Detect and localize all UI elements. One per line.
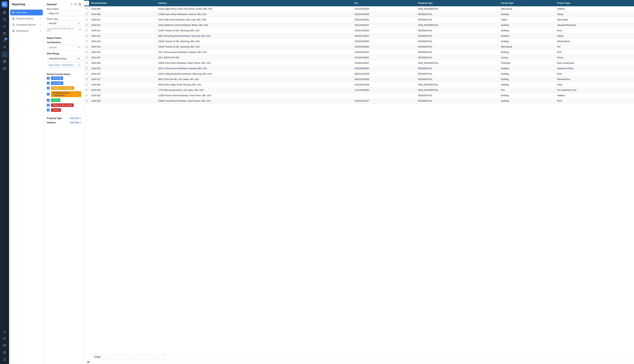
col-header-permit-number[interactable]: Permit Number — [89, 0, 156, 6]
cell-pin: 103322320004 — [352, 28, 416, 33]
sidebar-item-automations[interactable]: Automations › — [10, 28, 43, 34]
nav-info-icon[interactable] — [2, 356, 8, 362]
table-row[interactable]: 2024-016 3121 161st Avenue Northwest, An… — [84, 50, 634, 55]
nav-users-icon[interactable] — [2, 24, 8, 30]
address-footer-select[interactable]: - — [107, 355, 117, 359]
col-header-pin[interactable]: Pin — [352, 0, 416, 6]
cell-property-type: RESIDENTIAL — [416, 44, 499, 50]
col-header-property-type[interactable]: Property Type — [416, 0, 499, 6]
table-row[interactable]: 2024-022 12260 Fraizer Street Northeast,… — [84, 93, 634, 98]
cell-pin: 313424140027 — [352, 60, 416, 66]
app-logo: BL — [2, 2, 8, 7]
nav-chart-icon[interactable] — [2, 51, 8, 58]
nav-send-icon[interactable] — [2, 44, 8, 51]
cell-pin: 083322130008 — [352, 71, 416, 77]
table-row[interactable]: 2024-018 21646 Thames St NE, Wyoming, MN… — [84, 39, 634, 44]
sidebar-item-table-view[interactable]: Table View › — [10, 10, 43, 15]
status-checkbox[interactable] — [47, 99, 50, 102]
cell-project-type: Roof — [555, 71, 634, 77]
cell-project-type: Roof — [555, 28, 634, 33]
table-row[interactable]: 2024-019 7775 20th Avenue North, Lino La… — [84, 88, 634, 93]
cell-address: 4311 235TH AVE NW — [156, 55, 352, 60]
sidebar-collapse-btn[interactable]: > — [12, 360, 42, 363]
add-action-icon[interactable] — [70, 3, 73, 6]
status-item: Waiting For Payment — [47, 86, 81, 90]
address-add-filter[interactable]: Add Filter + — [70, 122, 81, 124]
pin-footer-select[interactable]: - — [119, 355, 129, 359]
table-row[interactable]: 2024-014 6565 Viking Boulevard Northeast… — [84, 33, 634, 39]
cell-property-type: RESIDENTIAL — [416, 33, 499, 39]
table-row[interactable]: 2024-012 21646 Thames St NE, Wyoming, MN… — [84, 28, 634, 33]
aggregate-select[interactable]: Unique Count Sum Min Max — [93, 355, 105, 359]
nav-document-icon[interactable] — [2, 16, 8, 23]
status-checkbox[interactable] — [47, 82, 50, 84]
date-range-type-select[interactable]: Submitted During ▾ — [47, 56, 81, 61]
nav-calendar-icon[interactable] — [2, 30, 8, 37]
table-row[interactable]: 2024-021 10251 Baltimore Street Northeas… — [84, 22, 634, 28]
status-checkbox[interactable] — [47, 87, 50, 90]
date-range-value-select[interactable]: 06/01/2024 - 06/25/2024 ▾ — [47, 62, 81, 68]
table-row[interactable]: 2024-013 21646 Thames St NE, Wyoming, MN… — [84, 44, 634, 50]
cell-permit-number: 2024-006 — [89, 60, 156, 66]
cell-address: 3121 161st Avenue Northwest, Andover, MN… — [156, 50, 352, 55]
col-header-project-type[interactable]: Project Type — [555, 0, 634, 6]
status-checkbox[interactable] — [47, 109, 50, 112]
nav-map-icon[interactable] — [2, 65, 8, 72]
cell-project-type: Addition — [555, 6, 634, 12]
cell-permit-type: Building — [499, 39, 555, 44]
table-row[interactable]: 2024-017 6821 167th Ave NE, Lino Lakes, … — [84, 77, 634, 82]
nav-card-icon[interactable] — [2, 342, 8, 349]
refresh-icon[interactable] — [79, 28, 81, 31]
col-header-address[interactable]: Address — [156, 0, 352, 6]
status-checkbox[interactable] — [47, 104, 50, 106]
nav-grid-icon[interactable] — [2, 58, 8, 65]
nav-home-icon[interactable] — [2, 10, 8, 16]
table-row[interactable]: 2024-011 4310 139th Lane Northeast, Ham … — [84, 17, 634, 22]
cell-address: 12260 Fraizer Street Northeast, Circle P… — [156, 93, 352, 98]
cell-project-type: Siding — [555, 12, 634, 17]
report-name-input[interactable] — [47, 11, 81, 16]
cell-property-type: RESIDENTIAL — [416, 71, 499, 77]
nav-download-icon[interactable] — [2, 328, 8, 335]
cell-address: 23306 Cree Street Northwest, Saint Franc… — [156, 60, 352, 66]
nav-people-icon[interactable] — [2, 335, 8, 342]
svg-point-22 — [4, 337, 5, 338]
sidebar-item-completed-reports[interactable]: Completed Reports › — [10, 22, 43, 28]
cell-pin: 363223220002 — [352, 17, 416, 22]
table-row[interactable]: 2024-010 8125 173rd Avenue Northwest, Ra… — [84, 66, 634, 71]
project-type-footer-select[interactable]: - — [154, 355, 165, 359]
svg-rect-107 — [86, 94, 88, 96]
table-row[interactable]: 2024-007 4311 235TH AVE NW 313424140031 … — [84, 55, 634, 60]
table-row[interactable]: 2024-023 23306 Cree Street Northwest, Sa… — [84, 98, 634, 104]
svg-rect-34 — [14, 18, 14, 18]
sidebar-item-template-gallery[interactable]: Template Gallery › — [10, 16, 43, 22]
cell-permit-number: 2024-020 — [89, 82, 156, 88]
status-checkbox[interactable] — [47, 77, 50, 80]
permit-type-footer-select[interactable]: - — [142, 355, 153, 359]
nav-settings-icon[interactable] — [2, 349, 8, 356]
table-row[interactable]: 2024-008 Anoka High School, North 7th Av… — [84, 6, 634, 12]
property-type-footer-select[interactable]: - — [131, 355, 141, 359]
save-action-icon[interactable] — [79, 3, 81, 6]
table-row[interactable]: 2024-020 6530 Green Valley Road, Ramsey,… — [84, 82, 634, 88]
status-checkbox[interactable] — [47, 93, 50, 96]
upload-action-icon[interactable] — [74, 3, 77, 6]
report-type-select[interactable]: Permits — [47, 20, 81, 26]
col-header-permit-type[interactable]: Permit Type — [499, 0, 555, 6]
property-type-add-filter[interactable]: Add Filter + — [70, 117, 81, 120]
table-row[interactable]: 2024-009 17466 Aztec Street Northwest, A… — [84, 12, 634, 17]
cell-address: 6530 Green Valley Road, Ramsey, MN, USA — [156, 82, 352, 88]
jurisdiction-select[interactable]: Testville ▾ — [47, 45, 81, 50]
cell-permit-number: 2024-007 — [89, 55, 156, 60]
icon-navigation: BL 8 — [0, 0, 9, 364]
table-row[interactable]: 2024-015 21831 Viking Boulevard Northeas… — [84, 71, 634, 77]
svg-rect-59 — [86, 30, 88, 32]
status-item: Accepted — [47, 82, 81, 85]
nav-notification-icon[interactable]: 8 — [2, 38, 8, 44]
cell-pin: 313224210004 — [352, 6, 416, 12]
cell-permit-type: Building — [499, 22, 555, 28]
cell-permit-type: Mechanical — [499, 6, 555, 12]
add-column-btn[interactable] — [84, 1, 89, 6]
cell-address: 23306 Cree Street Northwest, Saint Franc… — [156, 98, 352, 104]
table-row[interactable]: 2024-006 23306 Cree Street Northwest, Sa… — [84, 60, 634, 66]
